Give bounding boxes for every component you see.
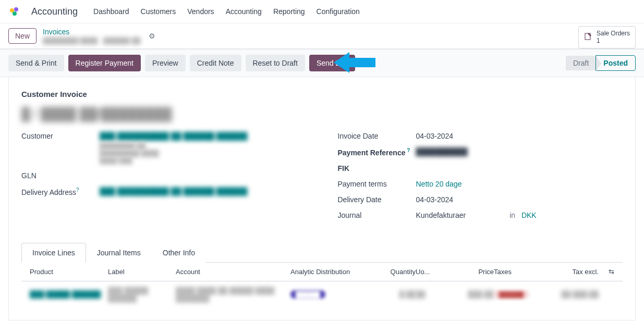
tab-other-info[interactable]: Other Info — [152, 243, 206, 263]
table-row[interactable]: ███ █████ ██████ ███ █████ ██████ ████ █… — [21, 281, 623, 307]
payment-reference-label: Payment Reference ? — [338, 147, 416, 157]
payment-terms-value[interactable]: Netto 20 dage — [416, 180, 623, 188]
tab-invoice-lines[interactable]: Invoice Lines — [21, 243, 86, 263]
pointer-arrow-icon — [334, 51, 375, 75]
col-product[interactable]: Product — [30, 268, 108, 276]
top-navbar: Accounting Dashboard Customers Vendors A… — [0, 0, 644, 23]
fik-label: FIK — [338, 164, 416, 172]
tab-journal-items[interactable]: Journal Items — [86, 243, 152, 263]
delivery-address-label: Delivery Address? — [21, 187, 100, 196]
customer-label: Customer — [21, 132, 100, 140]
delivery-date-value[interactable]: 04-03-2024 — [416, 195, 623, 204]
help-icon[interactable]: ? — [76, 187, 79, 193]
smart-button-label: Sale Orders — [597, 30, 630, 37]
cell-taxes[interactable]: ██████ — [494, 290, 546, 299]
journal-label: Journal — [338, 211, 416, 219]
payment-terms-label: Payment terms — [338, 180, 416, 188]
nav-customers[interactable]: Customers — [141, 7, 176, 16]
invoice-date-label: Invoice Date — [338, 132, 416, 140]
notebook-tabs: Invoice Lines Journal Items Other Info — [21, 242, 623, 263]
journal-value[interactable]: Kundefakturaer in DKK — [416, 211, 623, 219]
sale-orders-smart-button[interactable]: Sale Orders 1 — [578, 26, 636, 48]
gear-icon[interactable]: ⚙ — [149, 32, 155, 40]
sheet-title: Customer Invoice — [21, 90, 623, 98]
cell-product[interactable]: ███ █████ ██████ — [30, 290, 108, 298]
preview-button[interactable]: Preview — [145, 55, 186, 71]
customer-value[interactable]: ███ ██████████ ██ ██████ ██████ — [100, 132, 307, 140]
customer-addr1: ████████ ██ — [100, 142, 307, 150]
col-quantity[interactable]: Quantity — [374, 268, 416, 276]
cell-uom[interactable]: ██ — [416, 290, 442, 298]
col-price[interactable]: Price — [442, 268, 494, 276]
cell-analytic[interactable]: ██████ — [290, 290, 374, 299]
form-sheet: Customer Invoice █ / ████ ██/████████ Cu… — [8, 77, 636, 320]
col-uom[interactable]: Uo... — [416, 268, 442, 276]
app-name: Accounting — [31, 6, 78, 17]
nav-dashboard[interactable]: Dashboard — [93, 7, 129, 16]
delivery-address-value[interactable]: ███ ██████████ ██ ██████ ██████ — [100, 187, 307, 195]
sub-navbar: New Invoices ████████ ████ - ██████ ██ ⚙ — [0, 23, 644, 49]
breadcrumb-invoices[interactable]: Invoices — [43, 28, 140, 36]
nav-accounting[interactable]: Accounting — [226, 7, 262, 16]
currency-link[interactable]: DKK — [521, 211, 537, 219]
svg-point-1 — [14, 7, 18, 11]
columns-config-icon[interactable]: ⇆ — [599, 268, 614, 276]
help-icon[interactable]: ? — [405, 147, 410, 153]
delivery-date-label: Delivery Date — [338, 195, 416, 204]
invoice-date-value[interactable]: 04-03-2024 — [416, 132, 623, 140]
col-label[interactable]: Label — [108, 268, 176, 276]
nav-reporting[interactable]: Reporting — [273, 7, 305, 16]
status-bar: Draft Posted — [566, 55, 636, 71]
invoice-lines-table: Product Label Account Analytic Distribut… — [21, 263, 623, 307]
cell-account[interactable]: ████ ████ ██ █████ ████ ███████ — [176, 287, 290, 302]
credit-note-button[interactable]: Credit Note — [190, 55, 241, 71]
col-taxes[interactable]: Taxes — [494, 268, 546, 276]
cell-quantity[interactable]: █,██ — [374, 290, 416, 298]
customer-addr2: █████████ ████ — [100, 150, 307, 157]
status-posted[interactable]: Posted — [596, 55, 636, 71]
document-edit-icon — [584, 32, 592, 42]
app-logo-icon — [8, 5, 21, 18]
nav-vendors[interactable]: Vendors — [187, 7, 214, 16]
cell-price[interactable]: ███,██ — [442, 290, 494, 298]
svg-point-2 — [13, 11, 17, 16]
invoice-number: █ / ████ ██/████████ — [21, 107, 623, 121]
status-draft[interactable]: Draft — [566, 56, 596, 70]
smart-button-count: 1 — [597, 37, 630, 44]
send-print-button[interactable]: Send & Print — [8, 55, 64, 71]
payment-reference-value[interactable]: ██████████ — [416, 147, 623, 156]
col-tax-excl[interactable]: Tax excl. — [546, 268, 599, 276]
new-button[interactable]: New — [8, 28, 37, 44]
col-analytic[interactable]: Analytic Distribution — [290, 268, 374, 276]
reset-to-draft-button[interactable]: Reset to Draft — [246, 55, 305, 71]
cell-label[interactable]: ███ █████ ██████ — [108, 287, 176, 302]
breadcrumb-record: ████████ ████ - ██████ ██ — [43, 37, 140, 44]
customer-addr3: ████ ███ — [100, 157, 307, 164]
action-bar: Send & Print Register Payment Preview Cr… — [0, 49, 644, 77]
col-account[interactable]: Account — [176, 268, 290, 276]
gln-label: GLN — [21, 171, 100, 180]
nav-configuration[interactable]: Configuration — [317, 7, 360, 16]
cell-tax-excl[interactable]: ██ ███,██ — [546, 290, 599, 298]
register-payment-button[interactable]: Register Payment — [68, 55, 141, 71]
